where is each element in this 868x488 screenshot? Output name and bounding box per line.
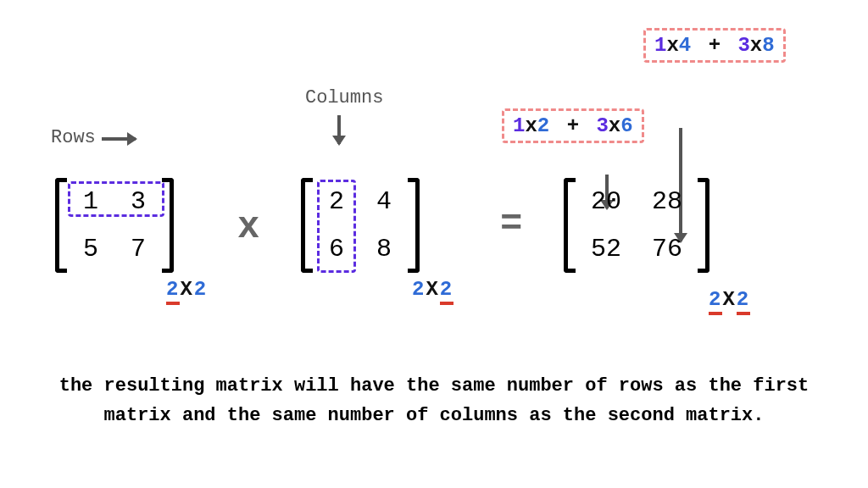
matrix-cell: 52 — [576, 225, 637, 273]
caption-line: the resulting matrix will have the same … — [51, 371, 817, 401]
calc-box-2: 1x4 + 3x8 — [643, 28, 786, 63]
matrix-cell: 20 — [576, 178, 637, 225]
row-highlight — [68, 181, 164, 217]
col-highlight — [317, 180, 356, 273]
matrix-cell: 7 — [114, 225, 162, 273]
columns-label: Columns — [305, 87, 383, 108]
matrix-cell: 4 — [360, 178, 408, 225]
matrix-cell: 76 — [637, 225, 698, 273]
matrix-c: 20 28 52 76 — [564, 178, 709, 273]
rows-label: Rows — [51, 127, 96, 148]
dims-b: 2X2 — [412, 278, 453, 305]
matrix-cell: 5 — [67, 225, 114, 273]
dims-c: 2X2 — [709, 288, 750, 315]
columns-arrow — [337, 115, 341, 144]
equals-op: = — [500, 203, 522, 246]
matrix-cell: 8 — [360, 225, 408, 273]
calc-box-1: 1x2 + 3x6 — [502, 108, 644, 143]
dims-a: 2X2 — [166, 278, 208, 305]
times-op: x — [237, 206, 259, 248]
rows-arrow — [102, 137, 136, 141]
caption-line: matrix and the same number of columns as… — [51, 401, 817, 430]
matrix-cell: 28 — [637, 178, 698, 225]
caption: the resulting matrix will have the same … — [0, 371, 868, 430]
